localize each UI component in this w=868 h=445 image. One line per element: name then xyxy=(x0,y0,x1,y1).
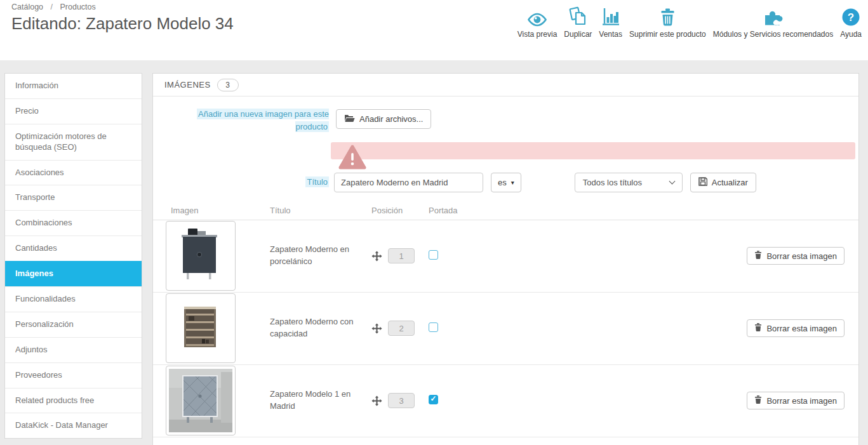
duplicate-icon xyxy=(568,6,587,27)
sidebar-item-combinaciones[interactable]: Combinaciones xyxy=(5,210,142,236)
sidebar-item-precio[interactable]: Precio xyxy=(5,98,142,124)
svg-text:?: ? xyxy=(848,11,854,23)
folder-open-icon xyxy=(344,114,355,124)
trash-icon xyxy=(659,6,676,27)
trash-icon xyxy=(754,251,762,261)
caret-down-icon: ▾ xyxy=(511,179,514,186)
image-row: Zapatero Moderno con capacidad xyxy=(153,293,858,365)
upload-label: Añadir una nueva imagen para este produc… xyxy=(197,109,329,132)
breadcrumb-separator: / xyxy=(51,3,53,11)
delete-image-button[interactable]: Borrar esta imagen xyxy=(747,247,845,265)
product-thumbnail[interactable] xyxy=(166,293,236,363)
header-toolbar: Vista previa Duplicar xyxy=(517,6,862,39)
position-input[interactable] xyxy=(388,248,415,263)
move-handle-icon[interactable] xyxy=(371,251,382,262)
delete-product-button[interactable]: Suprimir este producto xyxy=(629,6,706,39)
image-title-input[interactable] xyxy=(334,173,483,192)
product-thumbnail[interactable] xyxy=(166,221,236,291)
duplicate-button[interactable]: Duplicar xyxy=(564,6,592,39)
image-title-text: Zapatero Moderno en porcelánico xyxy=(270,244,371,268)
header-title: Título xyxy=(270,206,371,215)
cover-checkbox[interactable] xyxy=(429,322,438,332)
duplicate-label: Duplicar xyxy=(564,30,592,39)
page-title: Editando: Zapatero Modelo 34 xyxy=(11,14,234,34)
sidebar-item-cantidades[interactable]: Cantidades xyxy=(5,236,142,261)
images-form: Añadir una nueva imagen para este produc… xyxy=(153,96,858,192)
help-label: Ayuda xyxy=(840,30,862,39)
sales-button[interactable]: Ventas xyxy=(599,6,622,39)
delete-image-button[interactable]: Borrar esta imagen xyxy=(747,392,845,409)
add-files-button[interactable]: Añadir archivos... xyxy=(336,109,431,129)
language-dropdown-button[interactable]: es ▾ xyxy=(491,173,521,192)
sidebar-item-related-products[interactable]: Related products free xyxy=(5,388,142,413)
sidebar-item-transporte[interactable]: Transporte xyxy=(5,185,142,210)
modules-label: Módulos y Servicios recomendados xyxy=(713,30,833,39)
header-position: Posición xyxy=(371,206,429,215)
image-row: Zapatero Modelo 1 en Madrid xyxy=(153,365,858,437)
top-header: Catálogo / Productos Editando: Zapatero … xyxy=(0,0,868,60)
puzzle-icon xyxy=(763,6,783,27)
chevron-down-icon xyxy=(669,178,675,184)
upload-row: Añadir una nueva imagen para este produc… xyxy=(153,108,858,133)
position-input[interactable] xyxy=(388,393,415,408)
breadcrumb: Catálogo / Productos xyxy=(11,3,96,11)
header-cover: Portada xyxy=(429,206,479,215)
breadcrumb-catalog[interactable]: Catálogo xyxy=(11,3,43,11)
image-row: Zapatero Moderno en porcelánico xyxy=(153,220,858,293)
sidebar-item-asociaciones[interactable]: Asociaciones xyxy=(5,160,142,185)
position-input[interactable] xyxy=(388,321,415,336)
trash-icon xyxy=(754,395,762,406)
move-handle-icon[interactable] xyxy=(371,323,382,334)
sidebar-item-adjuntos[interactable]: Adjuntos xyxy=(5,337,142,362)
save-icon xyxy=(698,177,707,188)
help-button[interactable]: ? Ayuda xyxy=(840,6,862,39)
image-title-text: Zapatero Moderno con capacidad xyxy=(270,316,371,340)
move-handle-icon[interactable] xyxy=(371,395,382,406)
cover-checkbox[interactable] xyxy=(429,250,438,260)
product-thumbnail[interactable] xyxy=(166,366,236,435)
sidebar-item-personalizacion[interactable]: Personalización xyxy=(5,312,142,337)
sales-label: Ventas xyxy=(599,30,622,39)
title-field-label: Título xyxy=(305,176,329,187)
product-tabs-sidebar: Información Precio Optimización motores … xyxy=(4,73,142,439)
modules-button[interactable]: Módulos y Servicios recomendados xyxy=(713,6,833,39)
update-button[interactable]: Actualizar xyxy=(690,173,756,192)
content-area: Información Precio Optimización motores … xyxy=(0,60,868,445)
warning-alert xyxy=(331,142,855,159)
titles-filter-select[interactable]: Todos los títulos xyxy=(575,173,683,192)
images-table-header: Imagen Título Posición Portada xyxy=(153,201,858,220)
sidebar-item-informacion[interactable]: Información xyxy=(5,74,142,98)
breadcrumb-products[interactable]: Productos xyxy=(60,3,96,11)
bar-chart-icon xyxy=(601,6,620,27)
sidebar-item-proveedores[interactable]: Proveedores xyxy=(5,362,142,388)
image-title-text: Zapatero Modelo 1 en Madrid xyxy=(270,389,371,413)
warning-triangle-icon xyxy=(338,145,366,173)
header-image: Imagen xyxy=(166,206,270,215)
delete-image-button[interactable]: Borrar esta imagen xyxy=(747,319,845,337)
sidebar-item-seo[interactable]: Optimización motores de búsqueda (SEO) xyxy=(5,124,142,160)
product-edit-screen: Catálogo / Productos Editando: Zapatero … xyxy=(0,0,868,445)
delete-product-label: Suprimir este producto xyxy=(629,30,706,39)
title-form-row: Título es ▾ Todos los títulos xyxy=(153,173,858,192)
eye-icon xyxy=(526,6,548,27)
sidebar-item-funcionalidades[interactable]: Funcionalidades xyxy=(5,286,142,312)
preview-label: Vista previa xyxy=(517,30,557,39)
trash-icon xyxy=(754,323,762,333)
images-panel: IMÁGENES 3 Añadir una nueva imagen para … xyxy=(152,73,859,445)
sidebar-item-datakick[interactable]: DataKick - Data Manager xyxy=(5,413,142,438)
images-count-badge: 3 xyxy=(217,79,239,91)
cover-checkbox[interactable] xyxy=(429,395,438,404)
images-table: Imagen Título Posición Portada xyxy=(153,201,858,437)
preview-button[interactable]: Vista previa xyxy=(517,6,557,39)
question-circle-icon: ? xyxy=(841,6,860,27)
sidebar-item-imagenes[interactable]: Imágenes xyxy=(5,261,142,286)
panel-title: IMÁGENES xyxy=(164,80,211,90)
images-panel-header: IMÁGENES 3 xyxy=(153,74,858,96)
